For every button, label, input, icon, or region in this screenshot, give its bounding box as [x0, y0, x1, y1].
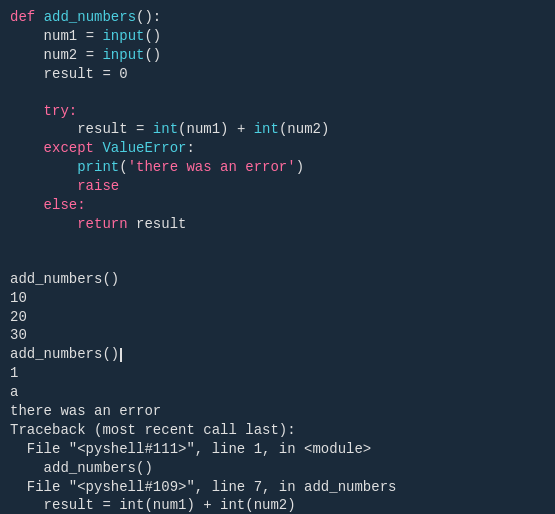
code-line-9: print('there was an error') — [10, 158, 545, 177]
code-line-8: except ValueError: — [10, 139, 545, 158]
gap-line — [10, 234, 545, 252]
code-editor: def add_numbers(): num1 = input() num2 =… — [0, 0, 555, 514]
gap-line-2 — [10, 252, 545, 270]
output-line-6: 1 — [10, 364, 545, 383]
code-line-2: num1 = input() — [10, 27, 545, 46]
output-line-8: there was an error — [10, 402, 545, 421]
text-cursor — [120, 348, 122, 362]
code-line-10: raise — [10, 177, 545, 196]
code-line-12: return result — [10, 215, 545, 234]
code-line-3: num2 = input() — [10, 46, 545, 65]
code-line-4: result = 0 — [10, 65, 545, 84]
output-line-4: 30 — [10, 326, 545, 345]
output-line-2: 10 — [10, 289, 545, 308]
blank-line-1 — [10, 84, 545, 102]
output-line-12: File "<pyshell#109>", line 7, in add_num… — [10, 478, 545, 497]
code-line-1: def add_numbers(): — [10, 8, 545, 27]
output-line-10: File "<pyshell#111>", line 1, in <module… — [10, 440, 545, 459]
output-line-9: Traceback (most recent call last): — [10, 421, 545, 440]
code-line-7: result = int(num1) + int(num2) — [10, 120, 545, 139]
output-line-13: result = int(num1) + int(num2) — [10, 496, 545, 514]
output-line-5: add_numbers() — [10, 345, 545, 364]
output-line-7: a — [10, 383, 545, 402]
code-line-6: try: — [10, 102, 545, 121]
output-line-1: add_numbers() — [10, 270, 545, 289]
output-line-3: 20 — [10, 308, 545, 327]
code-line-11: else: — [10, 196, 545, 215]
output-line-11: add_numbers() — [10, 459, 545, 478]
